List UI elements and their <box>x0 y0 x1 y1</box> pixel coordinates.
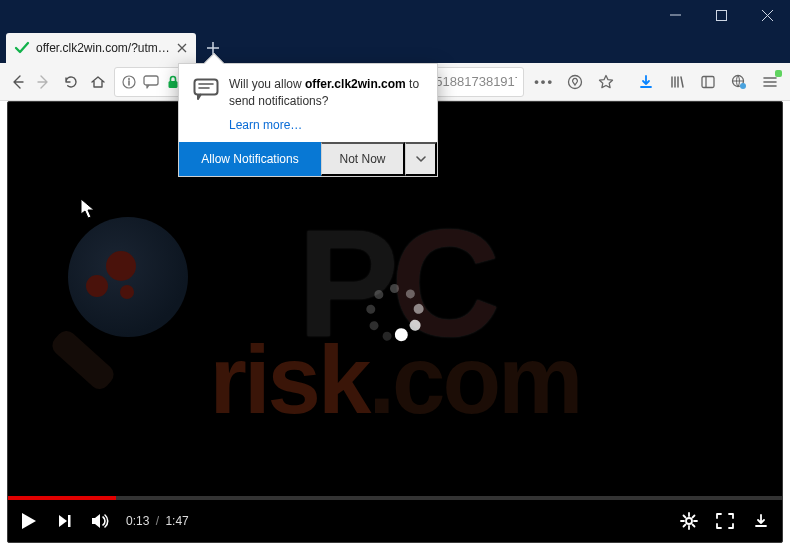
window-close-button[interactable] <box>744 0 790 30</box>
download-icon <box>638 74 654 90</box>
svg-point-4 <box>568 75 581 88</box>
toolbar-right-group <box>632 68 784 96</box>
svg-rect-10 <box>195 80 218 95</box>
sidebar-button[interactable] <box>694 68 722 96</box>
svg-point-7 <box>740 83 746 89</box>
video-progress-bar[interactable] <box>8 496 782 500</box>
arrow-right-icon <box>36 74 52 90</box>
svg-rect-8 <box>68 515 71 527</box>
settings-button[interactable] <box>678 510 700 532</box>
video-progress-played <box>8 496 116 500</box>
next-button[interactable] <box>54 510 76 532</box>
tab-strip: offer.clk2win.com/?utm_term= <box>0 30 790 63</box>
hamburger-icon <box>762 74 778 90</box>
reload-button[interactable] <box>60 67 81 97</box>
bookmark-button[interactable] <box>592 68 620 96</box>
allow-notifications-button[interactable]: Allow Notifications <box>179 142 321 176</box>
site-info-icon[interactable] <box>121 74 137 90</box>
reload-icon <box>63 74 79 90</box>
back-button[interactable] <box>6 67 27 97</box>
video-duration: 1:47 <box>165 514 188 528</box>
reader-mode-button[interactable] <box>561 68 589 96</box>
volume-button[interactable] <box>90 510 112 532</box>
permission-prompt-icon[interactable] <box>143 74 159 90</box>
video-current-time: 0:13 <box>126 514 149 528</box>
extension-button[interactable] <box>725 68 753 96</box>
window-minimize-button[interactable] <box>652 0 698 30</box>
arrow-left-icon <box>9 74 25 90</box>
browser-tab[interactable]: offer.clk2win.com/?utm_term= <box>6 33 196 63</box>
tab-title: offer.clk2win.com/?utm_term= <box>36 41 174 55</box>
close-icon <box>762 10 773 21</box>
reader-icon <box>567 74 583 90</box>
notification-permission-popup: Will you allow offer.clk2win.com to send… <box>178 63 438 177</box>
video-time: 0:13 / 1:47 <box>126 514 189 528</box>
globe-shield-icon <box>731 74 747 90</box>
minimize-icon <box>670 10 681 21</box>
library-icon <box>669 74 685 90</box>
home-icon <box>90 74 106 90</box>
urlbar-right-group: ••• <box>530 68 620 96</box>
sidebar-icon <box>700 74 716 90</box>
page-actions-menu[interactable]: ••• <box>530 74 558 89</box>
svg-rect-0 <box>716 10 726 20</box>
app-menu-button[interactable] <box>756 68 784 96</box>
window-maximize-button[interactable] <box>698 0 744 30</box>
fullscreen-icon <box>716 513 734 529</box>
maximize-icon <box>716 10 727 21</box>
library-button[interactable] <box>663 68 691 96</box>
next-icon <box>57 513 73 529</box>
close-icon <box>177 43 187 53</box>
not-now-button[interactable]: Not Now <box>321 142 405 176</box>
speech-bubble-icon <box>193 78 219 100</box>
favicon-checkmark-icon <box>14 40 30 56</box>
video-controls: 0:13 / 1:47 <box>8 496 782 542</box>
downloads-button[interactable] <box>632 68 660 96</box>
volume-icon <box>91 512 111 530</box>
gear-icon <box>680 512 698 530</box>
play-icon <box>21 512 37 530</box>
star-icon <box>598 74 614 90</box>
magnifier-graphic <box>48 217 218 387</box>
permission-message: Will you allow offer.clk2win.com to send… <box>229 76 423 110</box>
tab-close-button[interactable] <box>174 40 190 56</box>
download-icon <box>753 513 769 529</box>
loading-spinner <box>366 284 424 342</box>
svg-point-9 <box>686 518 692 524</box>
forward-button[interactable] <box>33 67 54 97</box>
download-video-button[interactable] <box>750 510 772 532</box>
home-button[interactable] <box>87 67 108 97</box>
not-now-dropdown[interactable] <box>405 142 437 176</box>
window-titlebar <box>0 0 790 30</box>
svg-rect-3 <box>169 81 178 88</box>
learn-more-link[interactable]: Learn more… <box>179 118 437 142</box>
svg-rect-2 <box>144 76 158 85</box>
svg-rect-5 <box>702 76 714 87</box>
fullscreen-button[interactable] <box>714 510 736 532</box>
chevron-down-icon <box>415 153 427 165</box>
play-button[interactable] <box>18 510 40 532</box>
